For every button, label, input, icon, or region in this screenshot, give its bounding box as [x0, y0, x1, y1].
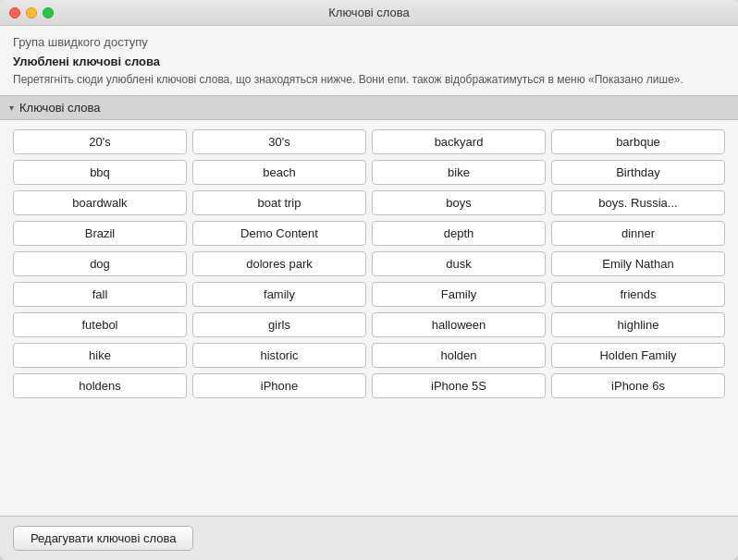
keyword-tag[interactable]: bike — [372, 160, 546, 185]
keyword-tag[interactable]: historic — [192, 343, 366, 368]
window-title: Ключові слова — [328, 6, 409, 19]
keyword-tag[interactable]: depth — [372, 221, 546, 246]
keywords-header: ▾ Ключові слова — [0, 95, 738, 120]
keyword-tag[interactable]: Brazil — [13, 221, 187, 246]
keyword-tag[interactable]: iPhone — [192, 373, 366, 398]
keyword-tag[interactable]: iPhone 5S — [372, 373, 546, 398]
keyword-tag[interactable]: Emily Nathan — [551, 251, 725, 276]
edit-keywords-button[interactable]: Редагувати ключові слова — [13, 526, 193, 551]
keyword-tag[interactable]: 20's — [13, 129, 187, 154]
keyword-tag[interactable]: backyard — [372, 129, 546, 154]
keyword-tag[interactable]: dinner — [551, 221, 725, 246]
title-bar: Ключові слова — [0, 0, 738, 26]
keyword-tag[interactable]: holdens — [13, 373, 187, 398]
keyword-tag[interactable]: friends — [551, 282, 725, 307]
keyword-tag[interactable]: highline — [551, 312, 725, 337]
keyword-tag[interactable]: dolores park — [192, 251, 366, 276]
keyword-tag[interactable]: boardwalk — [13, 190, 187, 215]
keyword-tag[interactable]: Demo Content — [192, 221, 366, 246]
keyword-tag[interactable]: boat trip — [192, 190, 366, 215]
keyword-tag[interactable]: Family — [372, 282, 546, 307]
footer: Редагувати ключові слова — [0, 516, 738, 560]
keywords-section: ▾ Ключові слова 20's30'sbackyardbarbqueb… — [0, 95, 738, 516]
keyword-tag[interactable]: girls — [192, 312, 366, 337]
keyword-tag[interactable]: boys. Russia... — [551, 190, 725, 215]
keyword-tag[interactable]: halloween — [372, 312, 546, 337]
keyword-tag[interactable]: boys — [372, 190, 546, 215]
keyword-tag[interactable]: Holden Family — [551, 343, 725, 368]
keywords-grid-container: 20's30'sbackyardbarbquebbqbeachbikeBirth… — [0, 120, 738, 516]
keyword-tag[interactable]: bbq — [13, 160, 187, 185]
minimize-button[interactable] — [26, 7, 37, 18]
chevron-icon: ▾ — [9, 103, 14, 113]
keyword-tag[interactable]: family — [192, 282, 366, 307]
keywords-header-label: Ключові слова — [19, 101, 100, 115]
maximize-button[interactable] — [43, 7, 54, 18]
main-window: Ключові слова Група швидкого доступу Улю… — [0, 0, 738, 560]
keyword-tag[interactable]: beach — [192, 160, 366, 185]
favorites-desc: Перетягніть сюди улюблені ключові слова,… — [13, 72, 725, 88]
window-content: Група швидкого доступу Улюблені ключові … — [0, 26, 738, 560]
close-button[interactable] — [9, 7, 20, 18]
keyword-tag[interactable]: fall — [13, 282, 187, 307]
keyword-tag[interactable]: Birthday — [551, 160, 725, 185]
keyword-tag[interactable]: hike — [13, 343, 187, 368]
keyword-tag[interactable]: barbque — [551, 129, 725, 154]
quick-access-title: Група швидкого доступу — [13, 35, 725, 49]
quick-access-section: Група швидкого доступу Улюблені ключові … — [0, 26, 738, 95]
keyword-tag[interactable]: dusk — [372, 251, 546, 276]
keyword-tag[interactable]: holden — [372, 343, 546, 368]
keywords-grid: 20's30'sbackyardbarbquebbqbeachbikeBirth… — [13, 129, 725, 398]
keyword-tag[interactable]: 30's — [192, 129, 366, 154]
traffic-lights — [9, 7, 54, 18]
keyword-tag[interactable]: dog — [13, 251, 187, 276]
keyword-tag[interactable]: iPhone 6s — [551, 373, 725, 398]
favorites-title: Улюблені ключові слова — [13, 55, 725, 68]
keyword-tag[interactable]: futebol — [13, 312, 187, 337]
